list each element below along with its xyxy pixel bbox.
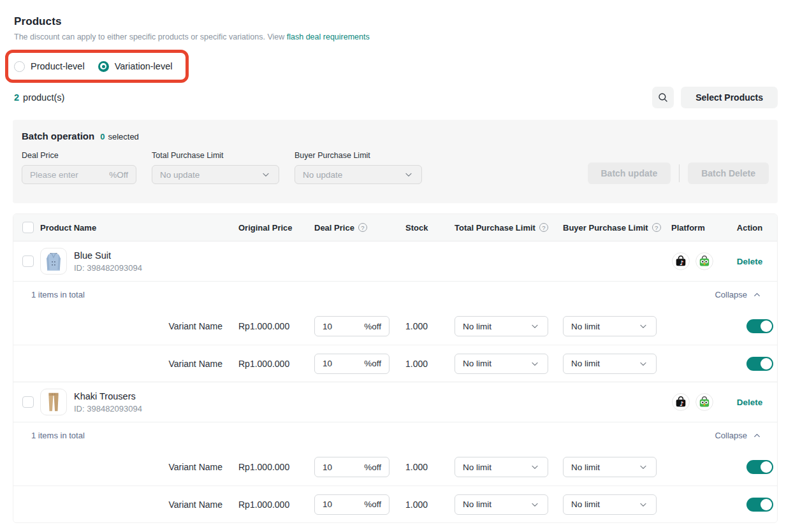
products-table: Product Name Original Price Deal Price S… xyxy=(13,213,778,523)
collapse-toggle[interactable]: Collapse xyxy=(715,431,762,440)
radio-product-level[interactable]: Product-level xyxy=(14,61,85,72)
help-icon[interactable] xyxy=(652,223,661,232)
help-icon[interactable] xyxy=(539,223,548,232)
variant-name: Variant Name xyxy=(168,321,225,331)
col-deal-price: Deal Price xyxy=(302,223,402,233)
divider xyxy=(679,164,680,182)
toggle-knob xyxy=(761,320,772,332)
deal-price-input[interactable] xyxy=(323,359,348,368)
batch-buyer-limit-select[interactable]: No update xyxy=(295,165,422,184)
table-header-row: Product Name Original Price Deal Price S… xyxy=(13,214,777,241)
buyer-limit-select[interactable]: No limit xyxy=(563,457,657,477)
variant-enabled-toggle[interactable] xyxy=(746,460,773,474)
chevron-down-icon xyxy=(261,169,271,180)
deal-price-input[interactable] xyxy=(323,322,348,331)
col-product-name: Product Name xyxy=(40,223,225,233)
product-name: Blue Suit xyxy=(74,250,142,261)
variant-enabled-toggle[interactable] xyxy=(746,357,773,371)
chevron-down-icon xyxy=(638,462,648,472)
tiktok-shop-icon xyxy=(672,393,690,411)
deal-price-field: %off xyxy=(314,316,389,336)
product-count-label: product(s) xyxy=(23,92,64,103)
total-limit-select[interactable]: No limit xyxy=(455,316,548,336)
variant-name: Variant Name xyxy=(168,462,225,472)
chevron-down-icon xyxy=(404,169,414,180)
product-id: ID: 398482093094 xyxy=(74,404,142,413)
product-count: 2 xyxy=(14,92,19,103)
page-header: Products The discount can apply to eithe… xyxy=(14,15,786,41)
tokopedia-icon xyxy=(695,393,713,411)
variant-enabled-toggle[interactable] xyxy=(746,498,773,512)
row-checkbox[interactable] xyxy=(22,255,34,267)
search-icon xyxy=(657,92,669,103)
flash-deal-requirements-link[interactable]: flash deal requirements xyxy=(287,32,370,41)
variant-row: Variant Name Rp1.000.000 %off 1.000 No l… xyxy=(13,345,777,382)
total-limit-select[interactable]: No limit xyxy=(455,354,548,374)
radio-variation-level[interactable]: Variation-level xyxy=(98,61,173,72)
variant-original-price: Rp1.000.000 xyxy=(225,321,302,331)
col-platform: Platform xyxy=(665,223,722,233)
batch-deal-price-label: Deal Price xyxy=(22,151,136,160)
deal-price-suffix: %off xyxy=(364,500,381,509)
deal-price-suffix: %off xyxy=(364,322,381,331)
variant-row: Variant Name Rp1.000.000 %off 1.000 No l… xyxy=(13,485,777,522)
product-thumbnail xyxy=(40,248,67,275)
total-limit-select[interactable]: No limit xyxy=(455,494,548,515)
chevron-down-icon xyxy=(638,500,648,510)
chevron-up-icon xyxy=(752,431,762,440)
col-stock: Stock xyxy=(402,223,442,233)
toggle-knob xyxy=(761,499,772,510)
delete-product-link[interactable]: Delete xyxy=(737,257,763,266)
batch-update-button[interactable]: Batch update xyxy=(588,162,671,184)
chevron-down-icon xyxy=(530,321,540,331)
group-summary-row: 1 items in total Collapse xyxy=(13,422,777,449)
delete-product-link[interactable]: Delete xyxy=(737,398,763,407)
buyer-limit-select[interactable]: No limit xyxy=(563,316,657,336)
variant-original-price: Rp1.000.000 xyxy=(225,359,302,369)
deal-price-input[interactable] xyxy=(323,500,348,509)
buyer-limit-select[interactable]: No limit xyxy=(563,494,657,515)
batch-delete-button[interactable]: Batch Delete xyxy=(688,162,769,184)
buyer-limit-select[interactable]: No limit xyxy=(563,354,657,374)
batch-deal-price-suffix: %Off xyxy=(109,170,128,180)
deal-price-suffix: %off xyxy=(364,359,381,368)
chevron-down-icon xyxy=(530,359,540,369)
deal-price-field: %off xyxy=(314,457,389,477)
variant-stock: 1.000 xyxy=(402,500,442,510)
platform-icons xyxy=(665,252,722,270)
batch-operation-panel: Batch operation 0 selected Deal Price %O… xyxy=(13,120,778,203)
row-checkbox[interactable] xyxy=(22,396,34,408)
chevron-down-icon xyxy=(530,500,540,510)
deal-price-input[interactable] xyxy=(323,463,348,472)
collapse-toggle[interactable]: Collapse xyxy=(715,290,762,299)
variant-original-price: Rp1.000.000 xyxy=(225,462,302,472)
chevron-down-icon xyxy=(638,321,648,331)
radio-variation-level-label: Variation-level xyxy=(115,61,173,71)
chevron-down-icon xyxy=(638,359,648,369)
items-total: 1 items in total xyxy=(31,290,85,299)
col-original-price: Original Price xyxy=(225,223,302,233)
select-products-button[interactable]: Select Products xyxy=(681,87,778,108)
batch-buyer-limit-field: Buyer Purchase Limit No update xyxy=(295,151,422,184)
blue-suit-image xyxy=(41,248,66,275)
page-subtitle: The discount can apply to either specifi… xyxy=(14,32,284,41)
product-name: Khaki Trousers xyxy=(74,391,142,401)
radio-selected-icon[interactable] xyxy=(98,61,109,72)
variant-row: Variant Name Rp1.000.000 %off 1.000 No l… xyxy=(13,308,777,345)
radio-unselected-icon[interactable] xyxy=(14,61,25,72)
product-row-khaki-trousers: Khaki Trousers ID: 398482093094 Delete xyxy=(13,382,777,422)
total-limit-select[interactable]: No limit xyxy=(455,457,548,477)
toggle-knob xyxy=(761,461,772,473)
chevron-down-icon xyxy=(530,462,540,472)
products-count-row: 2 product(s) Select Products xyxy=(14,87,778,108)
variant-enabled-toggle[interactable] xyxy=(746,319,773,333)
batch-total-limit-select[interactable]: No update xyxy=(152,165,279,184)
product-thumbnail xyxy=(40,389,67,415)
batch-deal-price-input[interactable] xyxy=(30,170,94,180)
help-icon[interactable] xyxy=(358,223,367,232)
batch-deal-price-field: Deal Price %Off xyxy=(22,151,136,184)
search-button[interactable] xyxy=(652,87,674,108)
platform-icons xyxy=(665,393,722,411)
select-all-checkbox[interactable] xyxy=(22,222,34,233)
variant-name: Variant Name xyxy=(168,500,225,510)
